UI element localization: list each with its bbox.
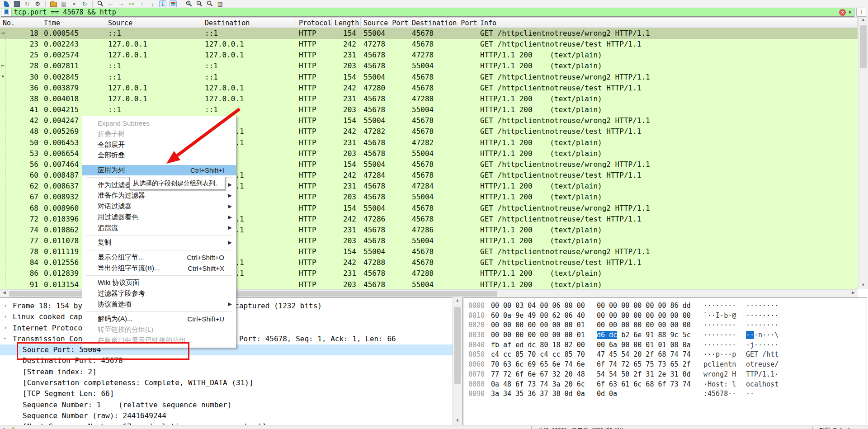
capture-comment-icon[interactable]: ✎: [12, 426, 16, 429]
menu-item[interactable]: 用过滤器着色▶: [82, 212, 236, 223]
menu-item[interactable]: 追踪流▶: [82, 222, 236, 233]
packet-row-38[interactable]: 380.004018127.0.0.1127.0.0.1HTTP23145678…: [0, 94, 858, 104]
packet-row-25[interactable]: 250.002574127.0.0.1127.0.0.1HTTP23145678…: [0, 50, 858, 61]
hex-row-0080[interactable]: 00800a 48 6f 73 74 3a 20 6c6f 63 61 6c 6…: [463, 380, 867, 390]
expand-arrow-icon[interactable]: ›: [4, 302, 7, 309]
column-header-no-[interactable]: No.: [0, 18, 41, 28]
reload-icon[interactable]: ↻: [81, 0, 88, 7]
menu-item[interactable]: 全部折叠: [82, 150, 236, 161]
cell-len: 231: [332, 268, 361, 279]
open-file-icon[interactable]: [50, 0, 57, 7]
detail-line[interactable]: [Next Sequence Number: 67 (relative sequ…: [0, 421, 453, 425]
column-header-info[interactable]: Info: [477, 18, 858, 28]
detail-vscrollbar[interactable]: ▲ ▼: [453, 298, 462, 425]
scroll-up-button[interactable]: ▲: [859, 17, 868, 24]
column-header-length[interactable]: Length: [332, 18, 361, 28]
find-packet-icon[interactable]: [97, 0, 104, 7]
column-header-destination[interactable]: Destination: [202, 18, 296, 28]
menu-item[interactable]: 全部展开: [82, 139, 236, 150]
hex-row-0070[interactable]: 007077 72 6f 6e 67 32 20 4854 54 50 2f 3…: [463, 370, 867, 380]
hex-row-0000[interactable]: 000000 00 03 04 00 06 00 0000 00 00 00 0…: [463, 302, 867, 311]
hex-offset: 0030: [468, 331, 485, 339]
collapse-arrow-icon[interactable]: ›: [2, 336, 9, 340]
cell-dst: ::1: [202, 72, 296, 83]
hex-row-0050[interactable]: 0050c4 cc 85 70 c4 cc 85 7047 45 54 20 2…: [463, 350, 867, 360]
packet-list-vscrollbar[interactable]: ▲ ▼: [858, 17, 868, 289]
expert-info-icon[interactable]: ●: [3, 426, 6, 429]
menu-item[interactable]: 复制▶: [82, 237, 236, 248]
menu-item[interactable]: 准备作为过滤器▶: [82, 190, 236, 201]
hex-row-0090[interactable]: 00903a 34 35 36 37 38 0d 0a0d 0a:45678··…: [463, 390, 867, 400]
hex-row-0020[interactable]: 002000 00 00 00 00 00 00 0100 00 00 00 0…: [463, 321, 867, 331]
hex-offset: 0040: [468, 341, 485, 349]
go-back-icon[interactable]: ←: [107, 0, 114, 7]
scroll-right-button[interactable]: ▶: [850, 290, 857, 297]
packet-row-36[interactable]: 360.003879127.0.0.1127.0.0.1HTTP24247280…: [0, 83, 858, 94]
hex-row-0030[interactable]: 003000 00 00 00 00 00 00 01d6 dc b2 6e 9…: [463, 331, 867, 341]
menu-item[interactable]: 协议首选项▶: [82, 299, 236, 310]
wireshark-fin-icon[interactable]: [3, 0, 10, 7]
cell-no: 56: [0, 159, 41, 170]
filter-expression-text[interactable]: tcp.port == 45678 && http: [12, 8, 839, 16]
packet-row-30[interactable]: 30•0.002845::1::1HTTP1545500445678GET /h…: [0, 72, 858, 83]
cell-info: HTTP/1.1 200 (text/plain): [477, 104, 858, 115]
zoom-out-icon[interactable]: [196, 0, 203, 7]
filter-dropdown-caret[interactable]: ▼: [848, 10, 852, 15]
auto-scroll-icon[interactable]: ↧: [159, 0, 166, 7]
filter-bookmark-button[interactable]: [1, 9, 12, 16]
packet-row-41[interactable]: 410.004215::1::1HTTP2034567855004HTTP/1.…: [0, 104, 858, 115]
column-header-source-port[interactable]: Source Port: [361, 18, 409, 28]
menu-item[interactable]: 应用为列Ctrl+Shift+I: [82, 165, 236, 176]
capture-options-icon[interactable]: ⚙: [34, 0, 41, 7]
detail-line[interactable]: [Stream index: 2]: [0, 367, 453, 377]
detail-line[interactable]: [TCP Segment Len: 66]: [0, 388, 453, 399]
scroll-down-button[interactable]: ▼: [453, 418, 462, 425]
menu-item[interactable]: 过滤器字段参考: [82, 288, 236, 299]
expand-arrow-icon[interactable]: ›: [4, 324, 7, 331]
menu-item[interactable]: 对话过滤器▶: [82, 201, 236, 212]
cell-proto: HTTP: [296, 236, 332, 246]
menu-item[interactable]: 导出分组字节流(B)...Ctrl+Shift+X: [82, 263, 236, 273]
stop-capture-icon[interactable]: [13, 0, 20, 7]
column-header-source[interactable]: Source: [105, 18, 202, 28]
filter-clear-button[interactable]: ✕: [839, 9, 846, 16]
save-file-icon[interactable]: ▦: [60, 0, 67, 7]
hex-row-0060[interactable]: 006070 63 6c 69 65 6e 74 6e6f 74 72 65 7…: [463, 360, 867, 370]
filter-add-button[interactable]: +: [856, 8, 867, 17]
scroll-left-button[interactable]: ◀: [1, 290, 8, 297]
column-header-time[interactable]: Time: [41, 18, 105, 28]
zoom-in-icon[interactable]: [185, 0, 193, 7]
close-capture-icon[interactable]: ×: [71, 0, 78, 7]
colorize-icon[interactable]: [170, 0, 177, 7]
scroll-thumb[interactable]: [454, 307, 461, 384]
hex-row-0040[interactable]: 0040fb af ed dc 80 18 02 0000 6a 00 00 0…: [463, 341, 867, 351]
zoom-original-icon[interactable]: [206, 0, 213, 7]
column-header-destination-port[interactable]: Destination Port: [409, 18, 477, 28]
go-forward-icon[interactable]: →: [118, 0, 125, 7]
scroll-thumb[interactable]: [860, 25, 867, 68]
go-to-packet-icon[interactable]: ↦: [128, 0, 135, 7]
scroll-up-button[interactable]: ▲: [453, 298, 462, 305]
packet-row-28[interactable]: 28←0.002811::1::1HTTP2034567855004HTTP/1…: [0, 61, 858, 71]
resize-columns-icon[interactable]: ▥: [217, 0, 224, 7]
column-header-protocol[interactable]: Protocol: [296, 18, 332, 28]
go-previous-packet-icon[interactable]: ↑: [138, 0, 146, 7]
menu-item[interactable]: 显示分组字节...Ctrl+Shift+O: [82, 252, 236, 263]
display-filter-input[interactable]: tcp.port == 45678 && http ✕ ▼: [1, 8, 854, 17]
menu-item[interactable]: 解码为(A)...Ctrl+Shift+U: [82, 314, 236, 325]
detail-line[interactable]: Sequence Number: 1 (relative sequence nu…: [0, 400, 453, 410]
ascii-group1: ········: [703, 321, 736, 329]
menu-item[interactable]: Wiki 协议页面: [82, 278, 236, 288]
packet-row-23[interactable]: 230.002243127.0.0.1127.0.0.1HTTP24247278…: [0, 39, 858, 50]
packet-bytes-pane[interactable]: 000000 00 03 04 00 06 00 0000 00 00 00 0…: [463, 297, 867, 425]
go-next-packet-icon[interactable]: ↓: [149, 0, 156, 7]
restart-capture-icon[interactable]: ↻: [24, 0, 31, 7]
hex-row-0010[interactable]: 001060 0a 9e 49 00 62 06 4000 00 00 00 0…: [463, 311, 867, 321]
packet-row-18[interactable]: 18→0.000545::1::1HTTP1545500445678GET /h…: [0, 28, 858, 39]
scroll-down-button[interactable]: ▼: [859, 283, 868, 289]
packet-list-header[interactable]: No.TimeSourceDestinationProtocolLengthSo…: [0, 17, 858, 28]
profile-text[interactable]: 配置: Default: [819, 427, 850, 429]
expand-arrow-icon[interactable]: ›: [4, 313, 7, 320]
detail-line[interactable]: [Conversation completeness: Complete, WI…: [0, 377, 453, 388]
detail-line[interactable]: Sequence Number (raw): 2441649244: [0, 410, 453, 421]
